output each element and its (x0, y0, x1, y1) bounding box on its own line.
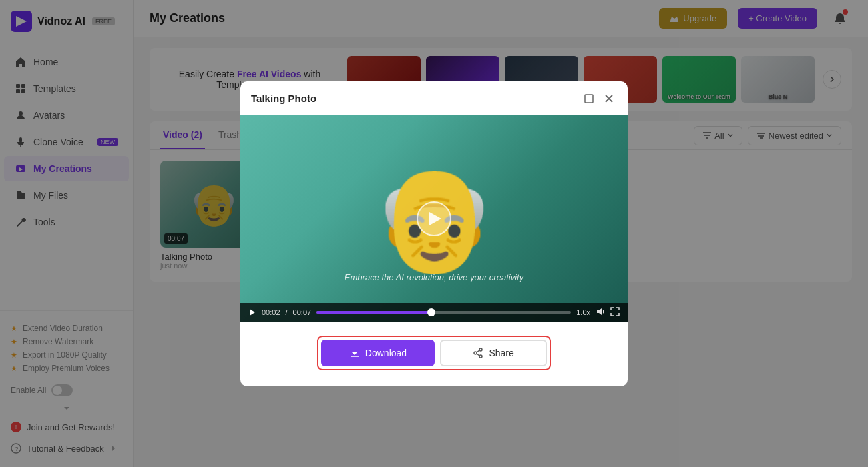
video-controls: 00:02 / 00:07 1.0x (240, 303, 628, 322)
volume-icon (596, 307, 605, 316)
volume-button[interactable] (596, 307, 605, 318)
download-icon (349, 348, 360, 358)
play-icon (248, 308, 256, 316)
share-icon (473, 348, 483, 358)
modal-close-button[interactable] (601, 91, 617, 107)
modal-overlay[interactable]: Talking Photo 👴 Embrace the AI revolutio… (0, 0, 868, 467)
video-player: 👴 Embrace the AI revolution, drive your … (240, 115, 628, 322)
svg-point-15 (474, 352, 477, 354)
modal-actions: Download Share (240, 336, 628, 370)
progress-fill (316, 311, 431, 314)
modal-header-buttons (581, 91, 617, 107)
svg-point-16 (479, 355, 482, 358)
time-separator: / (286, 308, 288, 316)
svg-rect-12 (585, 95, 593, 103)
svg-point-14 (479, 348, 482, 351)
video-background: 👴 Embrace the AI revolution, drive your … (240, 115, 628, 322)
play-triangle-icon (429, 212, 441, 225)
time-current: 00:02 (262, 308, 280, 316)
fullscreen-button[interactable] (610, 307, 620, 318)
modal-title: Talking Photo (251, 93, 581, 104)
progress-thumb[interactable] (427, 308, 435, 316)
talking-photo-modal: Talking Photo 👴 Embrace the AI revolutio… (240, 81, 628, 386)
modal-maximize-button[interactable] (581, 91, 597, 107)
play-button[interactable] (417, 201, 451, 236)
progress-bar[interactable] (316, 311, 571, 314)
download-label: Download (365, 348, 407, 358)
close-icon (604, 94, 614, 103)
play-pause-button[interactable] (248, 308, 256, 316)
speed-button[interactable]: 1.0x (576, 308, 590, 316)
modal-header: Talking Photo (240, 81, 628, 115)
maximize-icon (584, 94, 594, 103)
fullscreen-icon (610, 307, 620, 316)
time-total: 00:07 (293, 308, 312, 316)
download-button[interactable]: Download (321, 340, 435, 366)
share-button[interactable]: Share (440, 340, 547, 366)
share-label: Share (489, 348, 513, 358)
svg-marker-13 (250, 309, 255, 316)
action-highlight-box: Download Share (317, 336, 551, 370)
